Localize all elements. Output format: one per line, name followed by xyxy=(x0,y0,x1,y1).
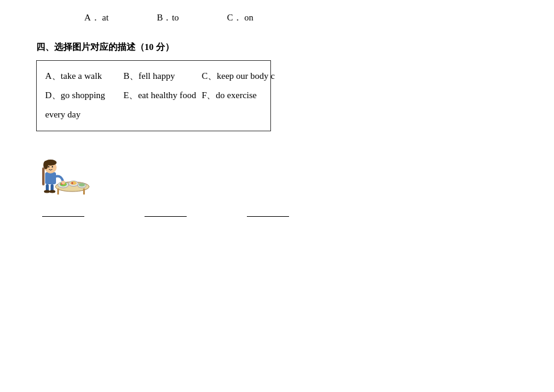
svg-rect-10 xyxy=(57,188,59,194)
option-c: C． on xyxy=(227,12,254,23)
blank-2[interactable] xyxy=(145,206,187,217)
option-e-item: E、eat healthy food xyxy=(123,86,196,104)
option-b-item: B、fell happy xyxy=(123,67,196,85)
svg-point-9 xyxy=(79,183,85,187)
section-title: 四、选择图片对应的描述（10 分） xyxy=(36,42,518,53)
eating-person-image xyxy=(36,149,90,198)
svg-point-23 xyxy=(49,190,55,193)
blank-3[interactable] xyxy=(247,206,289,217)
blanks-row xyxy=(42,206,518,217)
svg-rect-11 xyxy=(83,188,85,194)
option-a-item: A、take a walk xyxy=(45,67,117,85)
svg-rect-19 xyxy=(42,167,45,185)
answer-row: A． at B．to C． on xyxy=(84,12,518,23)
svg-point-17 xyxy=(52,166,53,167)
svg-rect-12 xyxy=(45,172,56,184)
option-g-item: every day xyxy=(45,105,117,123)
svg-point-22 xyxy=(44,190,50,193)
options-row-1: A、take a walk B、fell happy C、keep our bo… xyxy=(45,67,262,85)
options-row-3: every day xyxy=(45,105,262,123)
options-box: A、take a walk B、fell happy C、keep our bo… xyxy=(36,60,271,131)
option-a: A． at xyxy=(84,12,108,23)
svg-point-16 xyxy=(48,166,49,167)
option-f-item: F、do exercise xyxy=(202,86,274,104)
svg-point-7 xyxy=(70,181,77,185)
options-row-2: D、go shopping E、eat healthy food F、do ex… xyxy=(45,86,262,104)
option-c-item: C、keep our body c xyxy=(202,67,274,85)
blank-1[interactable] xyxy=(42,206,84,217)
svg-point-18 xyxy=(61,181,65,184)
option-b: B．to xyxy=(157,12,179,23)
image-area xyxy=(36,149,518,200)
option-d-item: D、go shopping xyxy=(45,86,117,104)
svg-point-8 xyxy=(72,182,73,184)
